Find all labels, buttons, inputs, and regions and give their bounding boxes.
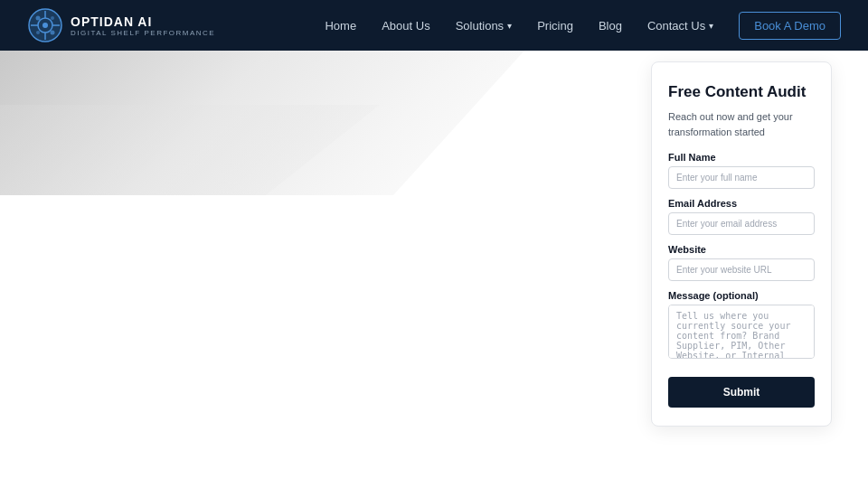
full-name-label: Full Name <box>668 152 815 163</box>
navbar: OPTIDAN AI DIGITAL SHELF PERFORMANCE Hom… <box>0 0 868 51</box>
brand-text-block: OPTIDAN AI DIGITAL SHELF PERFORMANCE <box>71 14 215 37</box>
nav-link-solutions[interactable]: Solutions ▾ <box>456 19 512 33</box>
full-name-group: Full Name <box>668 152 815 189</box>
nav-item-about[interactable]: About Us <box>382 19 429 33</box>
message-label: Message (optional) <box>668 290 815 301</box>
chevron-down-icon: ▾ <box>709 21 713 31</box>
nav-link-pricing[interactable]: Pricing <box>537 19 573 33</box>
email-input[interactable] <box>668 212 815 235</box>
message-textarea[interactable] <box>668 305 815 359</box>
nav-item-demo[interactable]: Book A Demo <box>739 12 841 40</box>
website-label: Website <box>668 244 815 255</box>
svg-point-10 <box>36 31 40 34</box>
nav-link-contact[interactable]: Contact Us ▾ <box>647 19 713 33</box>
website-group: Website <box>668 244 815 281</box>
submit-button[interactable]: Submit <box>668 377 815 408</box>
audit-form: Full Name Email Address Website Message … <box>668 152 815 408</box>
brand-name: OPTIDAN AI <box>71 14 215 29</box>
nav-link-blog[interactable]: Blog <box>599 19 622 33</box>
form-subtitle: Reach out now and get your transformatio… <box>668 109 815 139</box>
audit-form-card: Free Content Audit Reach out now and get… <box>651 61 832 427</box>
nav-link-home[interactable]: Home <box>325 19 356 33</box>
nav-item-solutions[interactable]: Solutions ▾ <box>456 19 512 33</box>
nav-item-home[interactable]: Home <box>325 19 356 33</box>
svg-point-9 <box>51 16 54 20</box>
form-title: Free Content Audit <box>668 82 815 102</box>
nav-link-about[interactable]: About Us <box>382 19 429 33</box>
svg-point-8 <box>51 31 55 35</box>
email-label: Email Address <box>668 198 815 209</box>
brand-tagline: DIGITAL SHELF PERFORMANCE <box>71 29 215 37</box>
svg-point-7 <box>36 16 41 21</box>
nav-links: Home About Us Solutions ▾ Pricing Blog C… <box>325 12 841 40</box>
chevron-down-icon: ▾ <box>507 21 512 31</box>
hero-area: Free Content Audit Reach out now and get… <box>0 51 868 488</box>
brand-logo-area[interactable]: OPTIDAN AI DIGITAL SHELF PERFORMANCE <box>27 7 215 43</box>
nav-item-contact[interactable]: Contact Us ▾ <box>647 19 713 33</box>
email-group: Email Address <box>668 198 815 235</box>
nav-item-pricing[interactable]: Pricing <box>537 19 573 33</box>
nav-item-blog[interactable]: Blog <box>599 19 622 33</box>
full-name-input[interactable] <box>668 166 815 189</box>
website-input[interactable] <box>668 258 815 281</box>
message-group: Message (optional) <box>668 290 815 362</box>
book-demo-button[interactable]: Book A Demo <box>739 12 841 40</box>
brand-logo-icon <box>27 7 63 43</box>
svg-point-2 <box>42 23 48 28</box>
